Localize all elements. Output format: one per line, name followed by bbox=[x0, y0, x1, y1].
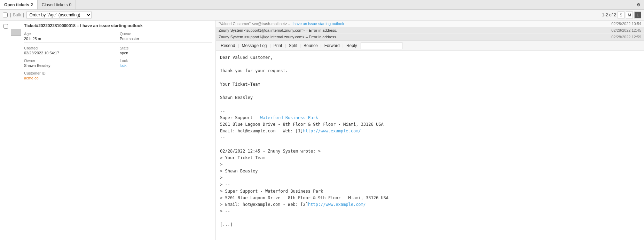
customer-id-label: Customer ID bbox=[24, 71, 116, 75]
sort-dropdown[interactable]: Order by "Age" (ascending) Order by "Age… bbox=[26, 11, 92, 19]
separator-2: | bbox=[23, 13, 24, 17]
ticket-title[interactable]: Ticket#2022022810000018 – I have an issu… bbox=[24, 23, 212, 28]
queue-value: Postmaster bbox=[120, 37, 212, 41]
size-m-button[interactable]: M bbox=[626, 11, 633, 18]
bulk-label: Bulk bbox=[13, 13, 21, 17]
age-value: 20 h 25 m bbox=[24, 37, 116, 41]
age-label: Age bbox=[24, 32, 116, 36]
email-detail: "Valued Customer" <vc@trash-mail.net> – … bbox=[216, 21, 644, 240]
message-log-button[interactable]: Message Log bbox=[240, 42, 269, 49]
email-footer: [...] bbox=[220, 222, 233, 227]
email-header-row-1[interactable]: "Valued Customer" <vc@trash-mail.net> – … bbox=[216, 21, 644, 27]
email-from-2: Znuny System <support1@qa.internal.znuny… bbox=[219, 28, 337, 32]
waterford-link[interactable]: Waterford Business Park bbox=[260, 115, 318, 120]
ticket-divider bbox=[24, 42, 212, 42]
avatar bbox=[11, 29, 21, 36]
ticket-checkbox[interactable] bbox=[3, 24, 8, 29]
ticket-item[interactable]: Ticket#2022022810000018 – I have an issu… bbox=[0, 21, 215, 83]
closed-tickets-count: 0 bbox=[69, 2, 71, 7]
queue-label: Queue bbox=[120, 32, 212, 36]
owner-value: Shawn Beasley bbox=[24, 63, 116, 68]
email-header-row-2[interactable]: Znuny System <support1@qa.internal.znuny… bbox=[216, 27, 644, 34]
separator-1: | bbox=[10, 13, 11, 17]
print-button[interactable]: Print bbox=[272, 42, 284, 49]
settings-button[interactable]: ⚙ bbox=[633, 2, 644, 7]
pagination-area: 1-2 of 2 S M L bbox=[602, 11, 641, 18]
size-s-button[interactable]: S bbox=[618, 11, 625, 18]
created-value: 02/28/2022 10:54:17 bbox=[24, 51, 116, 55]
open-tickets-label: Open tickets bbox=[4, 2, 29, 7]
reply-input[interactable] bbox=[361, 42, 402, 49]
ticket-list: Ticket#2022022810000018 – I have an issu… bbox=[0, 21, 216, 240]
email-headers: "Valued Customer" <vc@trash-mail.net> – … bbox=[216, 21, 644, 41]
ticket-meta-middle: Created State 02/28/2022 10:54:17 open bbox=[24, 44, 212, 55]
pagination-text: 1-2 of 2 bbox=[602, 13, 616, 17]
size-l-button[interactable]: L bbox=[634, 11, 641, 18]
state-value: open bbox=[120, 51, 212, 55]
gear-icon: ⚙ bbox=[637, 2, 641, 7]
action-bar: Resend | Message Log | Print | Split | B… bbox=[216, 41, 644, 51]
closed-tickets-label: Closed tickets bbox=[42, 2, 68, 7]
resend-button[interactable]: Resend bbox=[219, 42, 237, 49]
top-navigation-bar: Open tickets 2 Closed tickets 0 ⚙ bbox=[0, 0, 644, 10]
toolbar-row: | Bulk | Order by "Age" (ascending) Orde… bbox=[0, 10, 644, 21]
tab-open-tickets[interactable]: Open tickets 2 bbox=[0, 0, 38, 9]
ticket-meta-bottom: Owner Lock Shawn Beasley lock bbox=[24, 56, 212, 68]
web-link-1[interactable]: http://www.example.com/ bbox=[303, 129, 361, 133]
email-subject-1[interactable]: I have an issue starting outlook bbox=[291, 22, 344, 26]
web-link-2[interactable]: http://www.example.com/ bbox=[308, 202, 366, 207]
lock-label: Lock bbox=[120, 59, 212, 63]
spacer2 bbox=[120, 76, 212, 80]
open-tickets-count: 2 bbox=[31, 2, 33, 7]
owner-label: Owner bbox=[24, 59, 116, 63]
email-date-3: 02/28/2022 12:59 bbox=[611, 35, 641, 39]
split-button[interactable]: Split bbox=[286, 42, 299, 49]
spacer bbox=[120, 69, 212, 75]
ticket-info: Ticket#2022022810000018 – I have an issu… bbox=[24, 23, 212, 80]
tab-closed-tickets[interactable]: Closed tickets 0 bbox=[38, 0, 76, 9]
email-date-1: 02/28/2022 10:54 bbox=[611, 22, 641, 26]
ticket-meta-customer: Customer ID acme.co bbox=[24, 69, 212, 80]
email-from-3: Znuny System <support1@qa.internal.znuny… bbox=[219, 35, 337, 39]
main-content: Ticket#2022022810000018 – I have an issu… bbox=[0, 21, 644, 240]
email-date-2: 02/28/2022 12:45 bbox=[611, 28, 641, 32]
ticket-meta-top: Age Queue 20 h 25 m Postmaster bbox=[24, 30, 212, 41]
bounce-button[interactable]: Bounce bbox=[301, 42, 320, 49]
forward-button[interactable]: Forward bbox=[322, 42, 342, 49]
email-body: Dear Valued Customer, Thank you for your… bbox=[216, 51, 644, 240]
email-header-row-3[interactable]: Znuny System <support1@qa.internal.znuny… bbox=[216, 34, 644, 40]
email-from-1: "Valued Customer" <vc@trash-mail.net> – … bbox=[219, 22, 344, 26]
created-label: Created bbox=[24, 46, 116, 50]
reply-button[interactable]: Reply bbox=[344, 42, 359, 49]
lock-value[interactable]: lock bbox=[120, 63, 212, 68]
select-all-checkbox[interactable] bbox=[3, 13, 8, 17]
customer-id-value[interactable]: acme.co bbox=[24, 76, 116, 80]
state-label: State bbox=[120, 46, 212, 50]
